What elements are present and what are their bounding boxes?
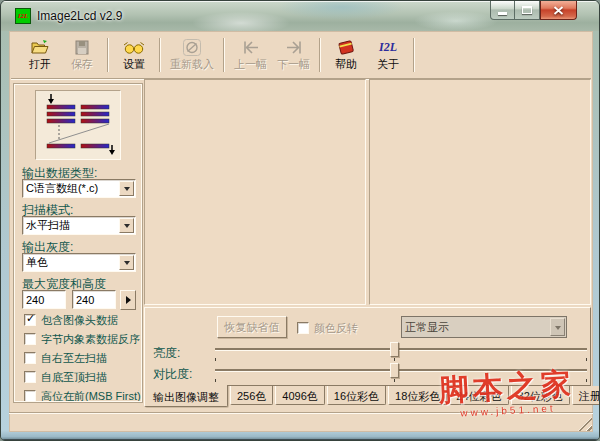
about-button[interactable]: I2L 关于 — [367, 35, 409, 75]
checkbox-box[interactable] — [24, 333, 36, 345]
contrast-slider-thumb[interactable] — [390, 363, 399, 378]
client-area: 打开 保存 设置 重新载入 — [9, 31, 593, 432]
checkbox-box[interactable] — [24, 390, 36, 402]
about-label: 关于 — [377, 57, 399, 72]
tab-16bit-color[interactable]: 16位彩色 — [327, 386, 386, 405]
minimize-icon — [498, 12, 507, 15]
max-height-input[interactable] — [72, 290, 116, 309]
adjust-tab-page: 恢复缺省值 颜色反转 正常显示 亮度: 对比度: — [144, 307, 591, 386]
window-controls — [490, 1, 577, 20]
tab-4096-color[interactable]: 4096色 — [275, 386, 324, 405]
glasses-settings-icon — [123, 38, 145, 56]
input-image-view — [144, 79, 366, 305]
tab-256-color[interactable]: 256色 — [230, 386, 273, 405]
invert-color-label: 颜色反转 — [314, 321, 358, 336]
help-button[interactable]: 帮助 — [325, 35, 367, 75]
checkbox-reverse-pixel-order[interactable]: 字节内象素数据反序 — [24, 332, 140, 346]
next-label: 下一幅 — [277, 57, 310, 72]
output-type-select[interactable]: C语言数组(*.c) — [22, 179, 136, 198]
app-window: I2L Image2Lcd v2.9 打开 保存 — [0, 0, 600, 441]
app-icon: I2L — [15, 8, 31, 24]
title-bar[interactable]: I2L Image2Lcd v2.9 — [1, 1, 599, 31]
checkbox-label: 高位在前(MSB First) — [41, 389, 141, 404]
tab-18bit-color[interactable]: 18位彩色 — [388, 386, 447, 405]
maximize-button[interactable] — [515, 1, 540, 20]
scan-mode-select[interactable]: 水平扫描 — [22, 216, 136, 235]
i2l-logo-icon: I2L — [379, 38, 397, 56]
checkbox-box[interactable] — [297, 322, 309, 334]
checkbox-include-header[interactable]: 包含图像头数据 — [24, 313, 118, 327]
toolbar: 打开 保存 设置 重新载入 — [11, 33, 591, 77]
tab-32bit-color[interactable]: 32位彩色 — [511, 386, 570, 405]
toolbar-separator — [107, 38, 109, 72]
brightness-label: 亮度: — [153, 345, 180, 362]
gray-level-select[interactable]: 单色 — [22, 253, 136, 272]
tab-register[interactable]: 注册 — [572, 386, 600, 405]
size-apply-button[interactable] — [120, 290, 136, 310]
close-button[interactable] — [540, 1, 577, 20]
toolbar-separator — [319, 38, 321, 72]
restore-defaults-button[interactable]: 恢复缺省值 — [217, 316, 287, 338]
slider-tick — [586, 358, 587, 361]
save-button[interactable]: 保存 — [61, 35, 103, 75]
checkbox-right-to-left[interactable]: 自右至左扫描 — [24, 351, 107, 365]
checkbox-box[interactable] — [24, 371, 36, 383]
window-frame-left — [1, 31, 9, 430]
contrast-label: 对比度: — [153, 366, 192, 383]
settings-panel: 输出数据类型: C语言数组(*.c) 扫描模式: 水平扫描 输出灰度: 单色 最… — [13, 83, 143, 403]
settings-button[interactable]: 设置 — [113, 35, 155, 75]
tab-bar: 输出图像调整 256色 4096色 16位彩色 18位彩色 24位彩色 32位彩… — [144, 386, 600, 408]
help-label: 帮助 — [335, 57, 357, 72]
slider-tick — [394, 379, 395, 382]
output-adjust-control: 恢复缺省值 颜色反转 正常显示 亮度: 对比度: — [144, 307, 591, 408]
reload-button[interactable]: 重新载入 — [165, 35, 219, 75]
invert-color-checkbox[interactable]: 颜色反转 — [297, 321, 358, 335]
window-title: Image2Lcd v2.9 — [37, 9, 122, 23]
gray-level-value: 单色 — [23, 255, 118, 270]
checkbox-box[interactable] — [24, 314, 36, 326]
display-mode-value: 正常显示 — [402, 320, 549, 335]
contrast-slider[interactable] — [215, 363, 587, 382]
checkbox-label: 自右至左扫描 — [41, 351, 107, 366]
previous-label: 上一幅 — [234, 57, 267, 72]
toolbar-separator — [159, 38, 161, 72]
next-arrow-icon — [284, 38, 304, 56]
slider-track — [215, 348, 587, 350]
display-mode-select[interactable]: 正常显示 — [401, 316, 567, 338]
open-label: 打开 — [29, 57, 51, 72]
previous-image-button[interactable]: 上一幅 — [229, 35, 272, 75]
reload-icon — [182, 38, 202, 56]
checkbox-msb-first[interactable]: 高位在前(MSB First) — [24, 389, 141, 403]
save-label: 保存 — [71, 57, 93, 72]
close-icon — [553, 6, 564, 15]
app-icon-text: I2L — [18, 12, 29, 20]
dropdown-arrow-icon[interactable] — [550, 318, 565, 336]
dropdown-arrow-icon[interactable] — [119, 218, 134, 233]
slider-track — [215, 369, 587, 371]
scan-pattern-graphic — [39, 94, 117, 156]
output-type-value: C语言数组(*.c) — [23, 181, 118, 196]
checkbox-bottom-to-top[interactable]: 自底至顶扫描 — [24, 370, 107, 384]
resize-grip[interactable] — [578, 417, 592, 431]
open-button[interactable]: 打开 — [19, 35, 61, 75]
status-bar — [9, 412, 593, 432]
open-folder-icon — [30, 38, 50, 56]
help-book-icon — [336, 38, 356, 56]
tab-24bit-color[interactable]: 24位彩色 — [449, 386, 508, 405]
output-preview-view — [369, 79, 591, 305]
maximize-icon — [522, 6, 532, 14]
max-width-input[interactable] — [22, 290, 66, 309]
minimize-button[interactable] — [490, 1, 515, 20]
tab-output-adjust[interactable]: 输出图像调整 — [144, 385, 228, 407]
slider-tick — [586, 379, 587, 382]
checkbox-label: 包含图像头数据 — [41, 313, 118, 328]
scan-mode-value: 水平扫描 — [23, 218, 118, 233]
dropdown-arrow-icon[interactable] — [119, 181, 134, 196]
next-image-button[interactable]: 下一幅 — [272, 35, 315, 75]
brightness-slider-thumb[interactable] — [390, 342, 399, 357]
reload-label: 重新载入 — [170, 57, 214, 72]
checkbox-box[interactable] — [24, 352, 36, 364]
checkbox-label: 字节内象素数据反序 — [41, 332, 140, 347]
dropdown-arrow-icon[interactable] — [119, 255, 134, 270]
brightness-slider[interactable] — [215, 342, 587, 361]
